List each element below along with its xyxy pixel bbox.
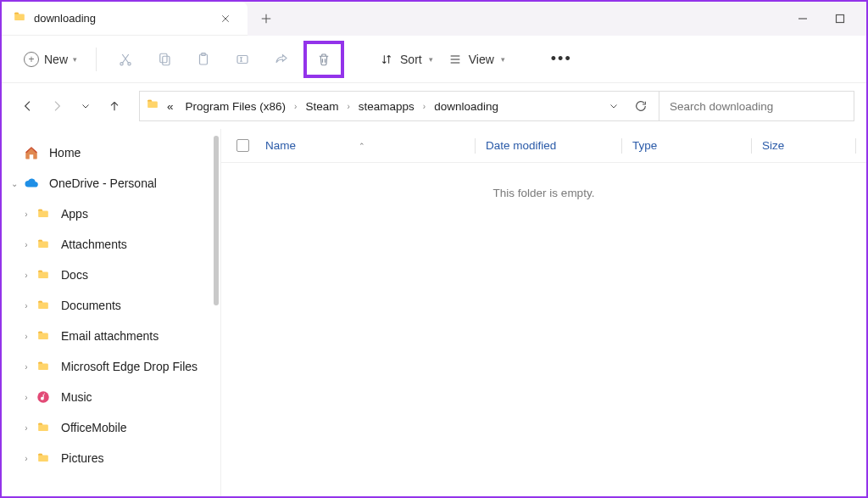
- folder-icon: [36, 452, 51, 464]
- nav-label: OfficeMobile: [61, 421, 127, 434]
- folder-icon: [145, 98, 160, 114]
- new-button[interactable]: + New ▾: [17, 48, 84, 70]
- nav-folder-item[interactable]: ›Documents: [2, 290, 220, 321]
- chevron-down-icon: ▾: [501, 55, 505, 64]
- folder-icon: [36, 299, 51, 311]
- chevron-right-icon[interactable]: ›: [19, 423, 34, 433]
- nav-folder-item[interactable]: ›Attachments: [2, 229, 220, 260]
- home-icon: [24, 145, 39, 160]
- breadcrumb-item[interactable]: Program Files (x86): [181, 98, 292, 115]
- column-headers: Name ⌃ Date modified Type Size: [221, 129, 866, 163]
- nav-folder-item[interactable]: ›Music: [2, 382, 220, 412]
- rename-button[interactable]: [225, 44, 259, 75]
- chevron-right-icon[interactable]: ›: [19, 454, 34, 463]
- column-type-header[interactable]: Type: [632, 139, 751, 152]
- forward-button[interactable]: [42, 92, 71, 120]
- chevron-down-icon[interactable]: ⌄: [7, 179, 22, 188]
- music-icon: [36, 389, 51, 405]
- new-tab-button[interactable]: [248, 2, 285, 36]
- column-name-header[interactable]: Name ⌃: [265, 139, 475, 152]
- svg-rect-7: [237, 55, 248, 63]
- toolbar: + New ▾ Sort ▾ View ▾ •••: [2, 36, 866, 83]
- nav-label: Home: [49, 146, 81, 159]
- folder-icon: [36, 330, 51, 342]
- nav-label: Docs: [61, 268, 88, 282]
- breadcrumb-item[interactable]: Steam: [300, 98, 343, 115]
- chevron-right-icon[interactable]: ›: [19, 240, 34, 249]
- delete-highlight: [303, 41, 344, 78]
- search-box[interactable]: [659, 91, 854, 121]
- chevron-right-icon[interactable]: ›: [19, 210, 34, 219]
- more-button[interactable]: •••: [544, 50, 579, 68]
- nav-onedrive[interactable]: ⌄ OneDrive - Personal: [2, 168, 220, 199]
- svg-rect-3: [160, 53, 167, 63]
- back-button[interactable]: [14, 92, 42, 120]
- explorer-tab[interactable]: downloading: [2, 2, 248, 36]
- nav-folder-item[interactable]: ›Microsoft Edge Drop Files: [2, 351, 220, 382]
- tab-title: downloading: [34, 12, 207, 25]
- sort-label: Sort: [400, 53, 422, 66]
- breadcrumb-item[interactable]: downloading: [429, 98, 504, 115]
- nav-label: Documents: [61, 299, 121, 312]
- nav-scrollbar[interactable]: [214, 136, 219, 305]
- folder-icon: [36, 422, 51, 434]
- folder-icon: [12, 11, 27, 26]
- select-all-checkbox[interactable]: [236, 139, 249, 152]
- navigation-pane: Home ⌄ OneDrive - Personal ›Apps›Attachm…: [2, 129, 220, 496]
- recent-locations-button[interactable]: [71, 92, 100, 120]
- view-label: View: [469, 53, 494, 66]
- nav-label: Pictures: [61, 451, 104, 465]
- folder-icon: [36, 269, 51, 281]
- window-controls: [797, 2, 866, 36]
- column-size-header[interactable]: Size: [762, 139, 855, 152]
- tab-close-button[interactable]: [214, 7, 237, 31]
- nav-folder-item[interactable]: ›Email attachments: [2, 321, 220, 351]
- address-bar[interactable]: « Program Files (x86) › Steam › steamapp…: [139, 91, 659, 121]
- folder-icon: [36, 361, 51, 372]
- address-dropdown-button[interactable]: [601, 93, 626, 119]
- breadcrumb-item[interactable]: steamapps: [353, 98, 420, 115]
- chevron-right-icon: ›: [345, 102, 351, 111]
- chevron-right-icon: ›: [421, 102, 427, 111]
- view-button[interactable]: View ▾: [443, 49, 510, 70]
- nav-label: Apps: [61, 207, 88, 221]
- breadcrumb-overflow[interactable]: «: [162, 98, 179, 115]
- up-button[interactable]: [100, 92, 129, 120]
- svg-point-2: [128, 62, 131, 64]
- sort-button[interactable]: Sort ▾: [375, 49, 438, 70]
- chevron-down-icon: ▾: [73, 55, 77, 64]
- share-button[interactable]: [264, 44, 298, 75]
- column-date-header[interactable]: Date modified: [486, 139, 621, 152]
- nav-label: OneDrive - Personal: [49, 176, 157, 190]
- titlebar: downloading: [2, 2, 866, 36]
- nav-label: Attachments: [61, 238, 127, 251]
- nav-folder-item[interactable]: ›Apps: [2, 199, 220, 229]
- nav-home[interactable]: Home: [2, 137, 220, 168]
- chevron-right-icon[interactable]: ›: [19, 362, 34, 372]
- copy-button[interactable]: [147, 44, 181, 75]
- chevron-right-icon[interactable]: ›: [19, 393, 34, 402]
- svg-rect-0: [837, 15, 844, 23]
- empty-folder-message: This folder is empty.: [221, 163, 866, 199]
- chevron-down-icon: ▾: [429, 55, 433, 64]
- nav-folder-item[interactable]: ›Docs: [2, 260, 220, 290]
- sort-caret-icon: ⌃: [359, 142, 365, 150]
- paste-button[interactable]: [186, 44, 220, 75]
- nav-folder-item[interactable]: ›OfficeMobile: [2, 412, 220, 443]
- folder-icon: [36, 238, 51, 250]
- refresh-button[interactable]: [628, 93, 654, 119]
- search-input[interactable]: [670, 100, 843, 113]
- chevron-right-icon: ›: [292, 102, 298, 111]
- nav-label: Music: [61, 390, 92, 404]
- plus-circle-icon: +: [24, 52, 39, 67]
- chevron-right-icon[interactable]: ›: [19, 271, 34, 280]
- delete-button[interactable]: [309, 46, 339, 73]
- svg-rect-4: [163, 56, 170, 65]
- chevron-right-icon[interactable]: ›: [19, 301, 34, 311]
- minimize-button[interactable]: [797, 13, 809, 25]
- cut-button[interactable]: [108, 44, 142, 75]
- nav-folder-item[interactable]: ›Pictures: [2, 443, 220, 473]
- maximize-button[interactable]: [834, 13, 846, 25]
- new-label: New: [44, 53, 68, 66]
- chevron-right-icon[interactable]: ›: [19, 332, 34, 341]
